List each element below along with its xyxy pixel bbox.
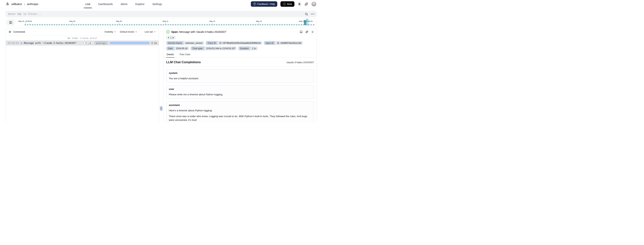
link-icon [306, 30, 308, 33]
trace-title: Message with 'claude-3-haiku-20240307' [24, 42, 77, 44]
search-button[interactable] [305, 13, 308, 16]
settings-gear-icon[interactable] [8, 30, 11, 33]
span-header: i Span: Message with 'claude-3-haiku-202… [164, 28, 316, 34]
traces-panel: Connected Visibility Default levels Live… [6, 28, 159, 123]
tab-alerts[interactable]: Alerts [120, 0, 128, 8]
nav-actions: ? Feedback / Help i Beta [251, 1, 316, 7]
trace-duration: 2.1s [151, 42, 157, 44]
timeline-tick-label: May 11 [163, 20, 168, 22]
message-text: Here's a limerick about Python logging: [169, 109, 312, 112]
span-type-badge-row: LLM [164, 34, 316, 40]
trace-service-badge: anthropic [95, 42, 108, 44]
histogram-baseline-bars [24, 25, 315, 25]
llm-section-header: LLM Chat Completions claude-3-haiku-2024… [164, 58, 316, 67]
tab-details[interactable]: Details [166, 52, 174, 57]
moon-rays-icon [298, 2, 301, 6]
span-details-panel: i Span: Message with 'claude-3-haiku-202… [164, 28, 317, 123]
trace-row[interactable]: 13:54:51 ◆ Message with 'claude-3-haiku-… [6, 41, 159, 46]
chevron-down-icon [135, 31, 137, 33]
timeline-tick-label: May 18, 13:55:02 [299, 20, 312, 22]
theme-toggle-button[interactable] [298, 2, 301, 6]
traces-panel-header: Connected Visibility Default levels Live… [6, 28, 159, 36]
copy-span-link-button[interactable] [306, 30, 308, 33]
panel-resize-handle[interactable] [160, 106, 163, 111]
span-info-icon: i [166, 30, 170, 34]
search-icon [305, 13, 308, 16]
tab-raw-data[interactable]: Raw Data [179, 52, 191, 57]
span-llm-badge: LLM [166, 36, 176, 39]
no-older-traces-message: No older traces exist [6, 36, 159, 41]
timeline-tick-label: May 04, 13:55:01 [18, 20, 32, 22]
question-circle-icon: ? [253, 3, 256, 6]
tab-dashboards[interactable]: Dashboards [98, 0, 113, 8]
span-diamond-icon: ◆ [20, 42, 22, 44]
message-card-system: system You are a helpful assistant. [166, 69, 314, 83]
prop-time-span: Time span 13:54:51.044 to 13:54:53.157 [191, 47, 237, 50]
more-options-button[interactable] [311, 14, 314, 14]
span-tabs: Details Raw Data [164, 52, 316, 58]
prop-service-name: Service Name unknown_service [166, 41, 204, 45]
feedback-help-button[interactable]: ? Feedback / Help [251, 1, 278, 7]
prop-date: Date 2024-05-18 [166, 47, 189, 50]
ellipsis-icon [311, 14, 312, 14]
chat-messages: system You are a helpful assistant. user… [164, 67, 316, 123]
time-range-histogram: May 04, 13:55:01 May 06 May 09 May 11 Ma… [6, 18, 317, 26]
link-icon [219, 42, 222, 44]
message-text: There once was a coder who knew, Logging… [169, 114, 312, 122]
link-icon [277, 42, 279, 44]
chevron-down-icon [114, 31, 116, 33]
tab-explore[interactable]: Explore [135, 0, 145, 8]
message-role: user [169, 88, 312, 90]
message-text: Please write me a limerick about Python … [169, 93, 312, 96]
sql-filter-bar [6, 11, 317, 17]
breadcrumb-org[interactable]: willbakst [11, 3, 22, 6]
span-label: Span: [171, 30, 178, 33]
breadcrumb: willbakst › anthropic [6, 2, 38, 6]
beta-button[interactable]: i Beta [280, 1, 294, 7]
user-avatar[interactable] [312, 2, 316, 7]
breadcrumb-project[interactable]: anthropic [27, 3, 38, 6]
primary-nav: Live Dashboards Alerts Explore Settings [85, 0, 162, 8]
info-circle-icon: i [283, 3, 286, 6]
brand-logo-icon[interactable] [6, 2, 10, 6]
section-title: LLM Chat Completions [166, 60, 201, 64]
sql-filter-input[interactable] [8, 13, 305, 16]
model-name: claude-3-haiku-20240307 [286, 61, 314, 64]
tab-live[interactable]: Live [85, 0, 91, 8]
status-dot-icon [168, 37, 169, 38]
span-properties-row-2: Date 2024-05-18 Time span 13:54:51.044 t… [164, 45, 316, 50]
copy-page-link-button[interactable] [304, 2, 308, 6]
message-text: You are a helpful assistant. [169, 77, 312, 80]
split-panel-icon [300, 30, 302, 33]
top-nav: willbakst › anthropic Live Dashboards Al… [0, 0, 322, 8]
message-card-user: user Please write me a limerick about Py… [166, 85, 314, 99]
span-title-line: Span: Message with 'claude-3-haiku-20240… [171, 30, 226, 33]
breadcrumb-separator-icon: › [24, 3, 25, 6]
prop-span-id[interactable]: Span ID #d08697de343ce138 [264, 41, 303, 45]
panel-layout-icon [9, 21, 12, 24]
message-role: assistant [169, 104, 312, 106]
span-properties-row-1: Service Name unknown_service Trace ID #9… [164, 40, 316, 45]
live-tail-dropdown[interactable]: Live tail [144, 30, 156, 33]
tab-settings[interactable]: Settings [152, 0, 162, 8]
default-levels-dropdown[interactable]: Default levels [120, 30, 137, 33]
timeline-tick-label: May 16 [256, 20, 262, 22]
close-icon [311, 31, 314, 33]
link-icon [304, 2, 308, 6]
trace-llm-badge: LLM [84, 41, 93, 45]
trace-timestamp: 13:54:51 [8, 42, 19, 44]
chevron-down-icon [154, 31, 156, 33]
prop-trace-id[interactable]: Trace ID #973fba5919cf9c618aafdb2635f68c… [206, 41, 262, 45]
sidebar-toggle-button[interactable] [7, 19, 14, 25]
close-panel-button[interactable] [311, 31, 314, 33]
header-divider [141, 28, 141, 36]
message-card-assistant: assistant Here's a limerick about Python… [166, 101, 314, 123]
feedback-help-label: Feedback / Help [257, 3, 275, 6]
visibility-dropdown[interactable]: Visibility [104, 30, 116, 33]
trace-duration-bar [110, 42, 150, 44]
prop-duration: Duration 2.1s [238, 47, 258, 50]
message-role: system [169, 72, 312, 74]
split-view-button[interactable] [300, 30, 302, 33]
connection-status: Connected [13, 30, 25, 33]
status-dot-icon [85, 42, 87, 44]
